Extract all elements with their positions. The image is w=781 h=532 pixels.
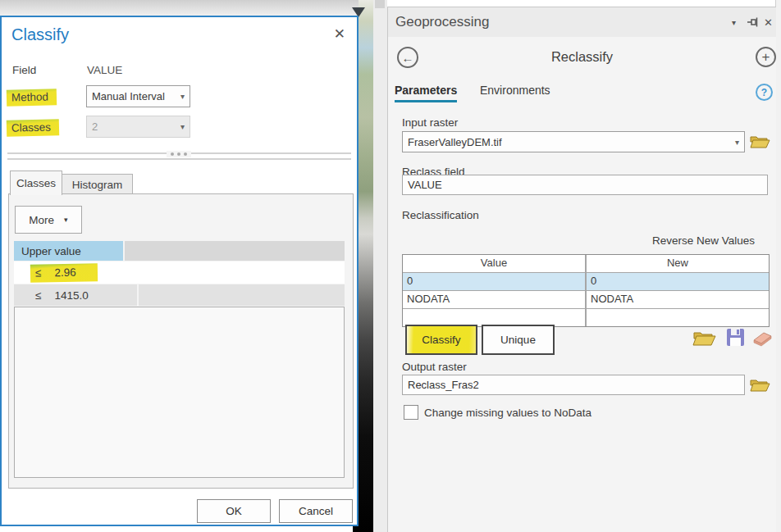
tab-parameters-label: Parameters xyxy=(395,84,457,97)
browse-folder-icon[interactable] xyxy=(749,132,770,153)
chevron-down-icon: ▾ xyxy=(180,122,185,131)
output-browse-folder-icon[interactable] xyxy=(749,375,770,397)
save-remap-icon[interactable] xyxy=(726,328,745,350)
app-window: Classify ✕ Field VALUE Method Manual Int… xyxy=(0,0,781,532)
missing-values-checkbox-label: Change missing values to NoData xyxy=(424,407,591,419)
pin-icon[interactable] xyxy=(747,16,759,31)
tab-parameters[interactable]: Parameters xyxy=(395,84,457,102)
new-cell[interactable]: 0 xyxy=(587,273,769,290)
splitter-line xyxy=(7,158,351,160)
load-remap-folder-icon[interactable] xyxy=(692,327,716,351)
upper-value-cell[interactable]: ≤2.96 xyxy=(14,261,137,284)
classify-dialog: Classify ✕ Field VALUE Method Manual Int… xyxy=(0,16,359,526)
value-cell[interactable] xyxy=(403,309,587,326)
method-dropdown-value: Manual Interval xyxy=(92,90,165,102)
reclassification-label: Reclassification xyxy=(402,209,479,221)
window-right-edge xyxy=(775,0,781,532)
output-raster-label: Output raster xyxy=(402,361,467,373)
classes-dropdown: 2 ▾ xyxy=(86,116,190,138)
table-row[interactable]: ≤ 1415.0 xyxy=(14,284,345,306)
upper-value-cell[interactable]: ≤ 1415.0 xyxy=(14,284,137,306)
table-row[interactable]: ≤2.96 xyxy=(14,261,345,284)
cancel-button-label: Cancel xyxy=(299,505,333,517)
unique-button[interactable]: Unique xyxy=(482,325,555,355)
tab-histogram[interactable]: Histogram xyxy=(62,174,133,195)
reclass-table-header-row: Value New xyxy=(403,255,769,273)
tab-environments-label: Environments xyxy=(480,84,550,97)
classes-table-header-row: Upper value xyxy=(14,241,345,261)
classes-label: Classes xyxy=(7,119,59,137)
upper-value-column-header[interactable]: Upper value xyxy=(14,241,123,261)
close-icon[interactable]: ✕ xyxy=(764,16,773,29)
help-icon[interactable]: ? xyxy=(756,84,773,101)
input-raster-label: Input raster xyxy=(402,116,458,129)
missing-values-checkbox[interactable] xyxy=(404,405,418,420)
reclass-field-input[interactable] xyxy=(402,175,768,195)
method-dropdown[interactable]: Manual Interval ▾ xyxy=(86,85,190,107)
tab-classes-label: Classes xyxy=(16,177,56,189)
more-button-label: More xyxy=(29,214,54,226)
unique-button-label: Unique xyxy=(500,334,536,346)
value-cell[interactable]: NODATA xyxy=(403,291,587,308)
dialog-title: Classify xyxy=(11,25,69,44)
table-row[interactable]: 0 0 xyxy=(403,273,769,291)
less-equal-icon: ≤ xyxy=(35,266,42,279)
tab-histogram-label: Histogram xyxy=(72,179,123,191)
field-label: Field xyxy=(12,64,36,76)
output-raster-input[interactable] xyxy=(402,375,745,395)
ok-button[interactable]: OK xyxy=(197,499,271,523)
cancel-button[interactable]: Cancel xyxy=(279,499,353,523)
new-cell[interactable]: NODATA xyxy=(587,291,769,308)
help-glyph: ? xyxy=(761,87,767,98)
plus-glyph: + xyxy=(762,49,770,66)
new-column-header[interactable]: New xyxy=(587,255,769,272)
chevron-down-icon: ▾ xyxy=(64,216,68,224)
tab-classes[interactable]: Classes xyxy=(10,171,62,195)
geoprocessing-panel: Geoprocessing ▾ ✕ ← Reclassify + Paramet… xyxy=(387,7,776,532)
more-button[interactable]: More ▾ xyxy=(15,206,82,234)
add-icon[interactable]: + xyxy=(756,47,776,67)
ok-button-label: OK xyxy=(226,505,242,517)
input-raster-value: FraserValleyDEM.tif xyxy=(408,136,502,148)
upper-value-highlight: ≤2.96 xyxy=(30,263,98,282)
splitter-grip[interactable] xyxy=(167,151,191,157)
value-cell[interactable]: 0 xyxy=(403,273,587,290)
classes-tab-content: More ▾ Upper value ≤2.96 ≤ 1415 xyxy=(8,193,354,489)
reverse-new-values-button[interactable]: Reverse New Values xyxy=(388,234,755,247)
classify-button[interactable]: Classify xyxy=(405,325,477,355)
table-row[interactable]: NODATA NODATA xyxy=(403,291,769,309)
close-icon[interactable]: ✕ xyxy=(334,25,345,43)
field-value: VALUE xyxy=(87,64,122,76)
tab-environments[interactable]: Environments xyxy=(480,84,550,97)
ribbon-bottom-strip xyxy=(0,0,359,16)
classify-button-label: Classify xyxy=(422,334,460,346)
new-cell[interactable] xyxy=(587,309,769,326)
classes-list-box[interactable] xyxy=(14,307,345,478)
panel-title: Geoprocessing xyxy=(395,14,489,30)
reclass-table: Value New 0 0 NODATA NODATA xyxy=(402,254,770,327)
method-label-highlight: Method xyxy=(7,89,57,106)
method-label: Method xyxy=(7,89,57,106)
classes-table: Upper value ≤2.96 ≤ 1415.0 xyxy=(14,241,345,306)
empty-cell[interactable] xyxy=(139,284,345,306)
upper-value-text: 2.96 xyxy=(54,266,76,278)
erase-remap-icon[interactable] xyxy=(751,330,774,351)
upper-value-text: 1415.0 xyxy=(54,289,88,302)
less-equal-icon: ≤ xyxy=(35,289,41,302)
tool-title: Reclassify xyxy=(388,49,776,65)
panel-gap xyxy=(373,0,387,532)
value-column-header[interactable]: Value xyxy=(403,255,587,272)
panel-gap-handle xyxy=(375,0,385,8)
classes-dropdown-value: 2 xyxy=(92,120,98,133)
classes-label-highlight: Classes xyxy=(7,120,59,136)
chevron-down-icon: ▾ xyxy=(180,92,185,101)
input-raster-combobox[interactable]: FraserValleyDEM.tif ▾ xyxy=(402,131,745,152)
empty-cell[interactable] xyxy=(139,261,345,284)
chevron-down-icon: ▾ xyxy=(735,138,739,147)
panel-menu-icon[interactable]: ▾ xyxy=(732,18,736,27)
table-row[interactable] xyxy=(403,309,769,326)
empty-column-header xyxy=(125,241,345,261)
